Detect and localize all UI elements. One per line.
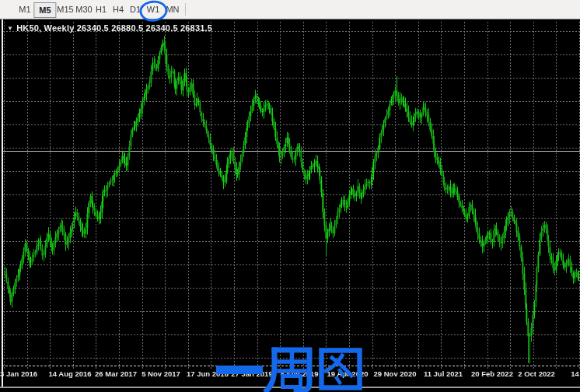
x-axis-label: 5 Nov 2017 xyxy=(142,369,180,378)
tab-timeframe-m1[interactable]: M1 xyxy=(19,4,30,15)
tab-timeframe-m30[interactable]: M30 xyxy=(75,4,92,15)
x-axis-label: 17 Jun 2018 xyxy=(187,369,229,378)
timeframe-toolbar: M1M5M15M30H1H4D1W1MN xyxy=(0,0,580,19)
tab-timeframe-h4[interactable]: H4 xyxy=(113,4,124,15)
x-axis-label: 14 May 2023 xyxy=(571,369,580,378)
chart-dropdown-icon[interactable]: ▼ xyxy=(7,25,13,32)
chart-canvas[interactable] xyxy=(0,19,580,392)
toolbar-separator xyxy=(185,3,186,16)
tab-timeframe-h1[interactable]: H1 xyxy=(96,4,107,15)
x-axis-label: 20 Feb 2022 xyxy=(471,369,513,378)
x-axis-label: 26 Mar 2017 xyxy=(95,369,137,378)
tab-timeframe-w1[interactable]: W1 xyxy=(147,4,160,15)
x-axis-label: 19 Apr 2020 xyxy=(327,369,369,378)
tab-timeframe-m15[interactable]: M15 xyxy=(57,4,73,15)
window-bottom-border xyxy=(0,387,580,388)
chart-title: ▼HK50, Weekly 26340.5 26880.5 26340.5 26… xyxy=(7,23,212,33)
x-axis-label: 11 Jul 2021 xyxy=(424,369,463,378)
x-axis-label: 14 Aug 2016 xyxy=(48,369,91,378)
tab-timeframe-d1[interactable]: D1 xyxy=(130,4,141,15)
chart-left-border xyxy=(2,19,3,388)
chart-window: ▼HK50, Weekly 26340.5 26880.5 26340.5 26… xyxy=(0,19,580,392)
x-axis-label: 8 Sep 2019 xyxy=(280,369,318,378)
x-axis-label: 29 Nov 2020 xyxy=(374,369,417,378)
chart-title-text: HK50, Weekly 26340.5 26880.5 26340.5 268… xyxy=(16,23,212,33)
x-axis-label: 2 Oct 2022 xyxy=(518,369,555,378)
x-axis-label: 3 Jan 2016 xyxy=(0,369,37,378)
x-axis-label: 27 Jan 2019 xyxy=(231,369,272,378)
tab-timeframe-m5[interactable]: M5 xyxy=(33,2,56,18)
tab-timeframe-mn[interactable]: MN xyxy=(166,4,179,15)
mt4-terminal: { "toolbar": { "items": [ {"label":"M1",… xyxy=(0,0,580,392)
